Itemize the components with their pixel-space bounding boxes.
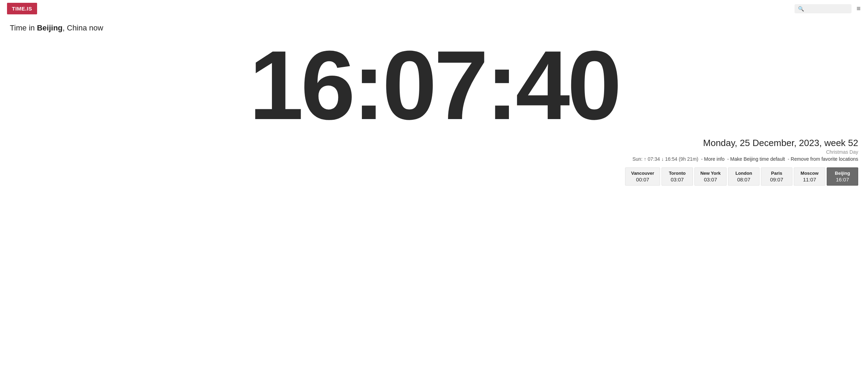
city-time: 03:07 [671, 177, 684, 182]
city-card-london[interactable]: London08:07 [728, 167, 760, 186]
title-prefix: Time in [10, 23, 37, 32]
search-input[interactable] [806, 6, 848, 12]
search-icon: 🔍 [798, 6, 804, 12]
city-clocks: Vancouver00:07Toronto03:07New York03:07L… [0, 162, 868, 193]
logo[interactable]: TIME.IS [7, 3, 37, 14]
city-time: 08:07 [737, 177, 750, 182]
city-card-moscow[interactable]: Moscow11:07 [794, 167, 825, 186]
city-name: Paris [771, 171, 782, 176]
city-time: 11:07 [803, 177, 816, 182]
sun-info-text: Sun: ↑ 07:34 ↓ 16:54 (9h 21m) [632, 156, 698, 162]
city-card-vancouver[interactable]: Vancouver00:07 [625, 167, 660, 186]
remove-favorite-link[interactable]: Remove from favorite locations [791, 156, 858, 162]
city-time: 16:07 [836, 177, 849, 182]
header: TIME.IS 🔍 ≡ [0, 0, 868, 17]
city-card-paris[interactable]: Paris09:07 [761, 167, 792, 186]
city-time: 03:07 [704, 177, 717, 182]
holiday-line: Christmas Day [10, 149, 858, 155]
city-name: Moscow [800, 171, 818, 176]
city-time: 09:07 [770, 177, 783, 182]
city-card-toronto[interactable]: Toronto03:07 [662, 167, 693, 186]
menu-icon[interactable]: ≡ [856, 5, 861, 13]
make-default-link[interactable]: Make Beijing time default [730, 156, 785, 162]
city-name: London [735, 171, 752, 176]
city-name: Beijing [835, 171, 850, 176]
title-city: Beijing [37, 23, 62, 32]
header-right: 🔍 ≡ [794, 4, 861, 13]
more-info-link[interactable]: More info [704, 156, 724, 162]
city-name: Vancouver [631, 171, 654, 176]
city-name: New York [700, 171, 721, 176]
search-box: 🔍 [794, 4, 852, 13]
city-card-new-york[interactable]: New York03:07 [694, 167, 727, 186]
clock-section: 16:07:40 [0, 33, 868, 134]
sun-line: Sun: ↑ 07:34 ↓ 16:54 (9h 21m) - More inf… [10, 156, 858, 162]
city-card-beijing[interactable]: Beijing16:07 [827, 167, 858, 186]
clock-display: 16:07:40 [249, 36, 619, 134]
title-suffix: , China now [63, 23, 103, 32]
city-time: 00:07 [636, 177, 649, 182]
city-name: Toronto [669, 171, 686, 176]
